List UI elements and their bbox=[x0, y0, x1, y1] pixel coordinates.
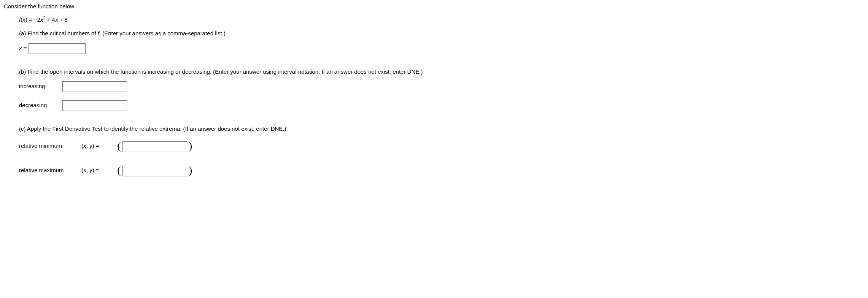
close-paren-icon: ) bbox=[189, 140, 192, 152]
relative-maximum-row: relative maximum (x, y) = ( ) bbox=[19, 163, 864, 179]
open-paren-icon: ( bbox=[117, 164, 121, 176]
decreasing-input[interactable] bbox=[62, 100, 127, 111]
relative-minimum-label: relative minimum bbox=[19, 142, 80, 151]
close-paren-icon: ) bbox=[189, 164, 192, 176]
increasing-row: increasing bbox=[19, 81, 864, 92]
part-a-answer-row: x = bbox=[19, 43, 864, 54]
xy-equals: (x, y) = bbox=[81, 142, 116, 151]
xy-equals: (x, y) = bbox=[81, 166, 116, 175]
increasing-input[interactable] bbox=[62, 81, 127, 92]
part-b-prompt: (b) Find the open intervals on which the… bbox=[19, 68, 864, 76]
part-a-prompt: (a) Find the critical numbers of f. (Ent… bbox=[19, 29, 864, 38]
relative-minimum-input[interactable] bbox=[122, 141, 187, 152]
relative-maximum-input[interactable] bbox=[122, 166, 187, 176]
x-equals-label: x bbox=[19, 44, 22, 51]
relative-maximum-label: relative maximum bbox=[19, 166, 80, 175]
decreasing-row: decreasing bbox=[19, 100, 864, 111]
open-paren-icon: ( bbox=[117, 140, 121, 152]
function-expression: f(x) = −2x2 + 4x + 8 bbox=[19, 15, 864, 24]
relative-minimum-row: relative minimum (x, y) = ( ) bbox=[19, 139, 864, 155]
decreasing-label: decreasing bbox=[19, 101, 61, 110]
part-c-prompt: (c) Apply the First Derivative Test to i… bbox=[19, 125, 864, 133]
critical-numbers-input[interactable] bbox=[29, 43, 86, 54]
intro-text: Consider the function below. bbox=[4, 2, 864, 11]
increasing-label: increasing bbox=[19, 82, 61, 91]
